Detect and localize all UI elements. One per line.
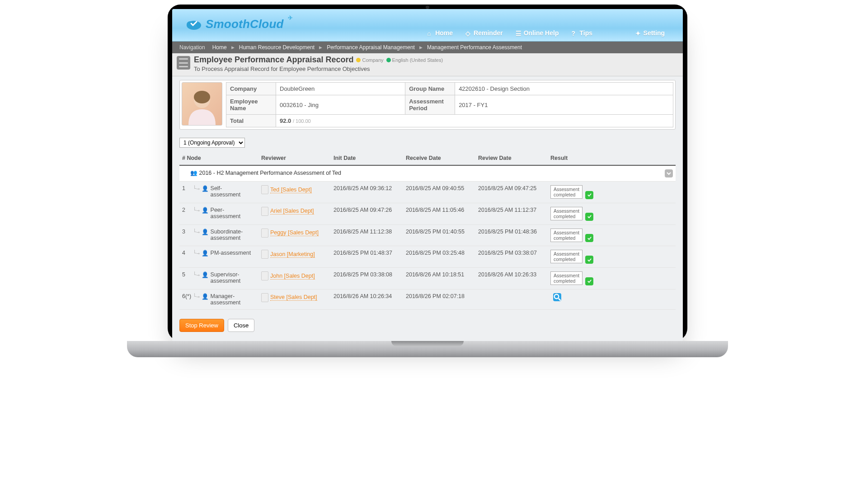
table-row: 5└→👤 Supervisor-assessmentJohn [Sales De… bbox=[179, 268, 676, 289]
reviewer-link[interactable]: Jason [Marketing] bbox=[270, 251, 315, 258]
result-status: Assessmentcompleted bbox=[550, 185, 583, 199]
init-date: 2016/8/25 PM 01:48:37 bbox=[331, 246, 403, 268]
receive-date: 2016/8/25 AM 11:05:46 bbox=[403, 203, 475, 224]
check-icon bbox=[585, 277, 593, 285]
result-status: Assessmentcompleted bbox=[550, 271, 583, 285]
node-name: Manager-assessment bbox=[211, 293, 251, 306]
chevron-right-icon: ▶ bbox=[231, 45, 235, 50]
assessment-period-value: 2017 - FY1 bbox=[455, 95, 673, 115]
total-score: 92.0 bbox=[280, 117, 291, 124]
nav-online-help[interactable]: ☰Online Help bbox=[516, 29, 559, 37]
receive-date: 2016/8/26 AM 10:18:51 bbox=[403, 268, 475, 289]
row-index: 2 bbox=[182, 207, 193, 213]
result-status: Assessmentcompleted bbox=[550, 250, 583, 263]
row-index: 1 bbox=[182, 185, 193, 191]
svg-line-5 bbox=[559, 299, 561, 301]
reviewer-avatar bbox=[261, 250, 268, 259]
node-name: Subordinate-assessment bbox=[211, 229, 251, 241]
breadcrumb-item[interactable]: Performance Appraisal Management bbox=[327, 44, 415, 51]
review-date: 2016/8/26 AM 10:26:33 bbox=[475, 268, 548, 289]
reviewer-link[interactable]: Ted [Sales Dept] bbox=[270, 187, 312, 193]
close-button[interactable]: Close bbox=[228, 319, 254, 332]
result-cell: Assessmentcompleted bbox=[548, 182, 676, 203]
chevron-right-icon: ▶ bbox=[319, 45, 322, 50]
nav-tips[interactable]: ?Tips bbox=[571, 29, 592, 37]
table-row: 3└→👤 Subordinate-assessmentPeggy [Sales … bbox=[179, 224, 676, 246]
plane-icon: ✈ bbox=[288, 14, 293, 21]
page-header: Employee Performance Appraisal Record Co… bbox=[172, 53, 683, 76]
init-date: 2016/8/25 AM 09:47:26 bbox=[331, 203, 403, 224]
company-scope-badge: Company bbox=[356, 57, 383, 63]
total-value: 92.0 / 100.00 bbox=[276, 115, 673, 127]
bell-icon: ◇ bbox=[465, 30, 472, 36]
app-logo: SmoothCloud ✈ bbox=[185, 17, 284, 31]
tree-arrow-icon: └→ bbox=[193, 185, 202, 192]
search-icon[interactable] bbox=[553, 293, 561, 301]
person-icon: 👤 bbox=[202, 186, 209, 192]
check-icon bbox=[585, 213, 593, 221]
cloud-icon bbox=[185, 18, 203, 31]
result-status: Assessmentcompleted bbox=[550, 207, 583, 220]
breadcrumb-item[interactable]: Human Resource Development bbox=[239, 44, 315, 51]
breadcrumb-item[interactable]: Home bbox=[212, 44, 227, 51]
users-icon: 👥 bbox=[190, 170, 197, 176]
person-icon: 👤 bbox=[202, 207, 209, 214]
tree-arrow-icon: └→ bbox=[193, 207, 202, 214]
tree-arrow-icon: └→ bbox=[193, 271, 202, 278]
row-index: 3 bbox=[182, 229, 193, 235]
nav-setting-label: Setting bbox=[644, 29, 665, 37]
collapse-icon[interactable] bbox=[665, 169, 673, 177]
home-icon: ⌂ bbox=[427, 30, 433, 36]
page-subtitle: To Process Appraisal Record for Employee… bbox=[194, 65, 678, 72]
breadcrumb-item[interactable]: Management Performance Assessment bbox=[427, 44, 522, 51]
reviewer-link[interactable]: Peggy [Sales Dept] bbox=[270, 229, 319, 236]
approval-status-select[interactable]: 1 (Ongoing Approval) bbox=[179, 138, 245, 148]
language-badge: English (United States) bbox=[386, 57, 443, 63]
tips-icon: ? bbox=[571, 30, 578, 36]
nav-setting[interactable]: ✦Setting bbox=[635, 29, 665, 37]
page-title: Employee Performance Appraisal Record bbox=[194, 55, 353, 65]
server-icon bbox=[177, 56, 190, 70]
app-header: SmoothCloud ✈ ⌂Home ◇Reminder ☰Online He… bbox=[172, 9, 683, 42]
col-init: Init Date bbox=[331, 151, 403, 165]
reviewer-avatar bbox=[261, 229, 268, 238]
node-name: PM-assessment bbox=[211, 250, 251, 256]
stop-review-button[interactable]: Stop Review bbox=[179, 319, 224, 332]
table-row: 4└→👤 PM-assessmentJason [Marketing]2016/… bbox=[179, 246, 676, 268]
employee-avatar bbox=[182, 82, 222, 126]
review-date: 2016/8/25 AM 09:47:25 bbox=[475, 182, 548, 203]
laptop-base bbox=[127, 341, 728, 357]
node-name: Self-assessment bbox=[211, 185, 251, 198]
reviewer-link[interactable]: John [Sales Dept] bbox=[270, 273, 315, 280]
svg-point-3 bbox=[194, 91, 210, 103]
review-date bbox=[475, 289, 548, 309]
nav-help-label: Online Help bbox=[524, 29, 559, 37]
assessment-group-row: 👥 2016 - H2 Management Performance Asses… bbox=[179, 165, 676, 182]
receive-date: 2016/8/25 PM 01:40:55 bbox=[403, 224, 475, 246]
nav-reminder-label: Reminder bbox=[474, 29, 503, 37]
result-cell: Assessmentcompleted bbox=[548, 224, 676, 246]
employee-info-card: Company DoubleGreen Group Name 42202610 … bbox=[179, 80, 676, 130]
assessment-period-label: Assessment Period bbox=[405, 95, 455, 115]
breadcrumb: Navigation Home▶ Human Resource Developm… bbox=[172, 42, 683, 53]
result-cell bbox=[548, 289, 676, 309]
nav-home-label: Home bbox=[435, 29, 453, 37]
table-row: 1└→👤 Self-assessmentTed [Sales Dept]2016… bbox=[179, 182, 676, 203]
check-icon bbox=[585, 191, 593, 199]
reviewer-link[interactable]: Ariel [Sales Dept] bbox=[270, 208, 314, 215]
nav-reminder[interactable]: ◇Reminder bbox=[465, 29, 503, 37]
init-date: 2016/8/25 AM 11:12:38 bbox=[331, 224, 403, 246]
nav-home[interactable]: ⌂Home bbox=[427, 29, 453, 37]
init-date: 2016/8/26 AM 10:26:34 bbox=[331, 289, 403, 309]
col-receive: Receive Date bbox=[403, 151, 475, 165]
reviewer-link[interactable]: Steve [Sales Dept] bbox=[270, 294, 317, 301]
review-date: 2016/8/25 PM 03:38:07 bbox=[475, 246, 548, 268]
gear-icon: ✦ bbox=[635, 30, 642, 36]
table-row: 2└→👤 Peer-assessmentAriel [Sales Dept]20… bbox=[179, 203, 676, 224]
group-value: 42202610 - Design Section bbox=[455, 83, 673, 95]
svg-point-4 bbox=[554, 294, 559, 299]
breadcrumb-label: Navigation bbox=[179, 44, 205, 51]
row-index: 5 bbox=[182, 271, 193, 278]
receive-date: 2016/8/26 PM 02:07:18 bbox=[403, 289, 475, 309]
row-index: 6(*) bbox=[182, 293, 193, 299]
